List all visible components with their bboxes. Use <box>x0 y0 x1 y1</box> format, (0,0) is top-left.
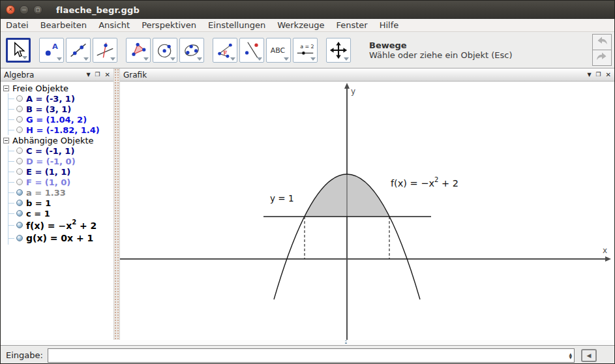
tool-dropdown-icon[interactable] <box>83 57 89 61</box>
command-input[interactable] <box>48 348 575 363</box>
object-value: a = 1.33 <box>26 188 66 198</box>
panel-menu-icon[interactable]: ▼ <box>86 72 90 78</box>
function-label[interactable]: f(x) = −x2 + 2 <box>391 177 458 189</box>
tree-item-G[interactable]: G = (1.04, 2) <box>8 114 113 125</box>
tree-item-f[interactable]: f(x) = −x2 + 2 <box>8 219 113 232</box>
tree-item-b[interactable]: b = 1 <box>8 198 113 208</box>
algebra-panel-header: Algebra ▼ ❐ ✕ <box>1 68 113 82</box>
input-bar-splitter[interactable] <box>1 340 614 345</box>
tree-item-F[interactable]: F = (1, 0) <box>8 177 113 187</box>
tool-dropdown-icon[interactable] <box>257 57 262 61</box>
visibility-toggle-icon[interactable] <box>16 95 23 102</box>
panel-menu-icon[interactable]: ▼ <box>587 72 591 78</box>
line-y1-label[interactable]: y = 1 <box>270 193 293 204</box>
undo-button[interactable] <box>592 34 612 50</box>
graphics-canvas[interactable]: y x y = 1 f(x) = −x2 + 2 <box>120 82 614 340</box>
tool-move-button[interactable] <box>6 38 31 63</box>
close-button[interactable]: ✕ <box>6 5 15 14</box>
visibility-toggle-icon[interactable] <box>16 168 23 175</box>
tool-text-button[interactable]: ABC <box>266 38 291 63</box>
x-axis-label: x <box>603 246 607 255</box>
tree-item-A[interactable]: A = (-3, 1) <box>8 93 113 104</box>
tool-dropdown-icon[interactable] <box>170 57 175 61</box>
tool-angle-button[interactable]: α <box>213 38 237 63</box>
visibility-toggle-icon[interactable] <box>16 200 23 206</box>
dependent-objects-list: C = (-1, 1) D = (-1, 0) E = (1, 1) F = (… <box>8 145 113 245</box>
tool-line-button[interactable] <box>66 38 91 63</box>
geogebra-window: ✕ — ▢ flaeche_begr.ggb Datei Bearbeiten … <box>0 0 615 364</box>
menu-item-datei[interactable]: Datei <box>6 20 29 30</box>
circle-with-center-icon <box>156 41 174 59</box>
tool-mirror-button[interactable] <box>239 38 264 63</box>
spinner-down-icon[interactable]: ▼ <box>569 356 572 359</box>
input-help-toggle-button[interactable]: ◀ <box>581 349 597 362</box>
visibility-toggle-icon[interactable] <box>16 127 23 133</box>
tree-item-B[interactable]: B = (3, 1) <box>8 104 113 114</box>
algebra-view: Algebra ▼ ❐ ✕ Freie Objekte A = (-3, 1) <box>1 68 113 340</box>
tree-item-c[interactable]: c = 1 <box>8 208 113 219</box>
menu-item-bearbeiten[interactable]: Bearbeiten <box>40 20 87 30</box>
tree-group-dependent[interactable]: Abhängige Objekte <box>1 135 113 145</box>
object-value: G = (1.04, 2) <box>26 115 87 125</box>
menu-item-einstellungen[interactable]: Einstellungen <box>208 20 265 30</box>
panel-undock-icon[interactable]: ❐ <box>596 72 601 78</box>
tool-dropdown-icon[interactable] <box>344 57 349 61</box>
tool-circle-button[interactable] <box>153 38 177 63</box>
visibility-toggle-icon[interactable] <box>16 116 23 123</box>
tree-group-free[interactable]: Freie Objekte <box>1 83 113 93</box>
tool-move-view-button[interactable] <box>326 38 351 63</box>
menu-item-perspektiven[interactable]: Perspektiven <box>142 20 196 30</box>
maximize-icon: ▢ <box>36 8 40 12</box>
panel-splitter[interactable] <box>113 68 120 340</box>
angle-icon: α <box>216 41 234 59</box>
tree-item-C[interactable]: C = (-1, 1) <box>8 145 113 156</box>
visibility-toggle-icon[interactable] <box>16 210 23 217</box>
tree-item-D[interactable]: D = (-1, 0) <box>8 156 113 166</box>
minimize-button[interactable]: — <box>20 5 29 14</box>
input-history-spinner[interactable]: ▲ ▼ <box>569 352 572 359</box>
menu-item-fenster[interactable]: Fenster <box>336 20 367 30</box>
tree-item-a[interactable]: a = 1.33 <box>8 187 113 198</box>
visibility-toggle-icon[interactable] <box>16 158 23 164</box>
visibility-toggle-icon[interactable] <box>16 147 23 154</box>
tool-dropdown-icon[interactable] <box>22 56 27 59</box>
menu-item-hilfe[interactable]: Hilfe <box>380 20 399 30</box>
tool-dropdown-icon[interactable] <box>110 57 115 61</box>
panel-undock-icon[interactable]: ❐ <box>95 72 100 78</box>
tool-slider-button[interactable]: a = 2 <box>293 38 318 63</box>
object-value: b = 1 <box>26 198 51 208</box>
panel-close-icon[interactable]: ✕ <box>606 72 611 78</box>
tool-dropdown-icon[interactable] <box>143 57 149 61</box>
tool-polygon-button[interactable] <box>126 38 151 63</box>
collapse-icon[interactable] <box>3 138 9 144</box>
visibility-toggle-icon[interactable] <box>16 222 23 228</box>
slider-icon: a = 2 <box>295 41 315 59</box>
tool-conic-button[interactable] <box>179 38 204 63</box>
titlebar[interactable]: ✕ — ▢ flaeche_begr.ggb <box>1 1 614 19</box>
input-bar: Eingabe: ▲ ▼ ◀ <box>1 345 614 364</box>
visibility-toggle-icon[interactable] <box>16 106 23 112</box>
panel-close-icon[interactable]: ✕ <box>105 72 110 78</box>
object-value: E = (1, 1) <box>26 167 70 177</box>
tree-item-g[interactable]: g(x) = 0x + 1 <box>8 232 113 245</box>
visibility-toggle-icon[interactable] <box>16 189 23 196</box>
tool-dropdown-icon[interactable] <box>197 57 202 61</box>
menu-item-werkzeuge[interactable]: Werkzeuge <box>277 20 324 30</box>
tool-dropdown-icon[interactable] <box>57 57 62 61</box>
visibility-toggle-icon[interactable] <box>16 235 23 241</box>
tool-dropdown-icon[interactable] <box>310 57 316 61</box>
menu-item-ansicht[interactable]: Ansicht <box>98 20 130 30</box>
tree-item-E[interactable]: E = (1, 1) <box>8 166 113 177</box>
tool-dropdown-icon[interactable] <box>230 57 235 61</box>
tool-point-button[interactable]: A <box>39 38 64 63</box>
tree-item-H[interactable]: H = (-1.82, 1.4) <box>8 125 113 135</box>
tree-group-label: Freie Objekte <box>12 83 68 93</box>
collapse-icon[interactable] <box>3 85 9 91</box>
y-axis-label: y <box>351 87 355 96</box>
tool-group-points-lines: A <box>39 38 117 63</box>
redo-button[interactable] <box>592 50 612 66</box>
visibility-toggle-icon[interactable] <box>16 179 23 185</box>
maximize-button[interactable]: ▢ <box>33 5 42 14</box>
tool-perpendicular-line-button[interactable] <box>93 38 117 63</box>
tool-dropdown-icon[interactable] <box>284 57 289 61</box>
